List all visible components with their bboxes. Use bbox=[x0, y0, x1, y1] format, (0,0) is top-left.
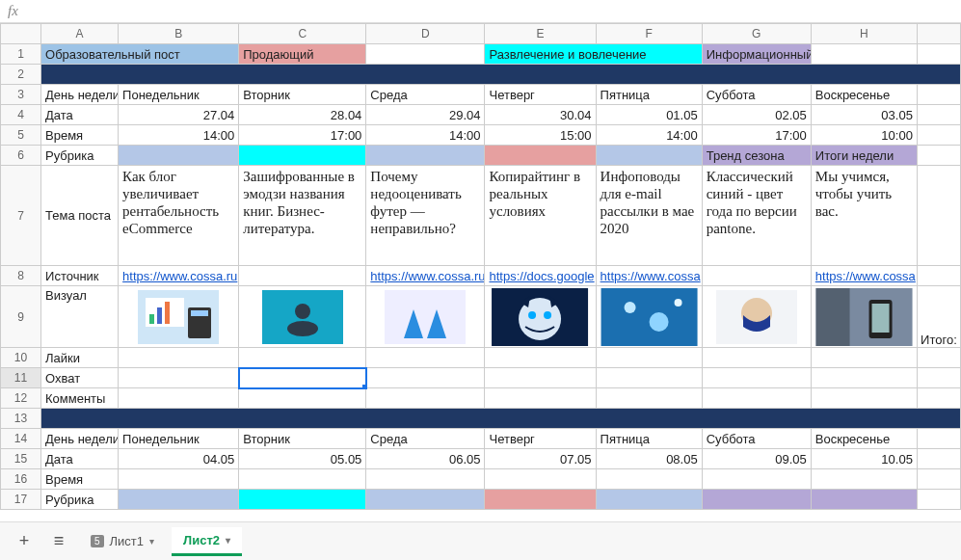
cell[interactable] bbox=[811, 368, 917, 388]
cell[interactable]: Среда bbox=[366, 429, 485, 449]
label-comments[interactable]: Комменты bbox=[41, 388, 119, 409]
cell[interactable]: https://www.cossa.ru bbox=[366, 266, 485, 286]
cell[interactable] bbox=[917, 368, 960, 388]
cell[interactable] bbox=[917, 266, 960, 286]
label-reach[interactable]: Охват bbox=[41, 368, 119, 388]
row-2-separator[interactable]: 2 bbox=[1, 65, 961, 85]
cell[interactable]: 28.04 bbox=[239, 105, 366, 125]
row-header-1[interactable]: 1 bbox=[1, 44, 41, 65]
cell[interactable] bbox=[702, 348, 811, 368]
label-total[interactable]: Итого: bbox=[917, 286, 960, 348]
tab-sheet1[interactable]: 5 Лист1 ▾ bbox=[79, 528, 166, 554]
legend-entertainment[interactable]: Развлечение и вовлечение bbox=[485, 44, 702, 65]
visual-cell[interactable] bbox=[239, 286, 366, 348]
chevron-down-icon[interactable]: ▾ bbox=[226, 535, 230, 546]
row-header-7[interactable]: 7 bbox=[1, 166, 41, 266]
cell[interactable]: Пятница bbox=[596, 429, 702, 449]
row-header-4[interactable]: 4 bbox=[1, 105, 41, 125]
row-header-12[interactable]: 12 bbox=[1, 388, 41, 409]
row-header-17[interactable]: 17 bbox=[1, 490, 41, 510]
cell[interactable] bbox=[917, 388, 960, 409]
cell[interactable]: https://www.cossa.ru bbox=[119, 266, 239, 286]
row-15[interactable]: 15 Дата 04.05 05.05 06.05 07.05 08.05 09… bbox=[1, 449, 961, 469]
spreadsheet-grid[interactable]: A B C D E F G H 1 Образовательный пост П… bbox=[0, 23, 961, 520]
row-10[interactable]: 10 Лайки bbox=[1, 348, 961, 368]
cell[interactable] bbox=[119, 146, 239, 166]
row-9[interactable]: 9 Визуал Итого: bbox=[1, 286, 961, 348]
row-header-2[interactable]: 2 bbox=[1, 65, 41, 85]
cell[interactable]: Как блог увеличивает рентабельность eCom… bbox=[119, 166, 239, 266]
col-header-G[interactable]: G bbox=[702, 24, 811, 44]
row-header-5[interactable]: 5 bbox=[1, 125, 41, 146]
source-link[interactable]: https://www.cossa bbox=[815, 269, 916, 283]
cell[interactable] bbox=[366, 44, 485, 65]
cell[interactable]: Четверг bbox=[485, 429, 596, 449]
cell[interactable] bbox=[917, 429, 960, 449]
col-header-F[interactable]: F bbox=[596, 24, 702, 44]
cell[interactable]: Копирайтинг в реальных условиях bbox=[485, 166, 596, 266]
cell[interactable]: Среда bbox=[366, 85, 485, 105]
cell[interactable] bbox=[917, 146, 960, 166]
row-13-separator[interactable]: 13 bbox=[1, 409, 961, 429]
cell[interactable]: Инфоповоды для e-mail рассылки в мае 202… bbox=[596, 166, 702, 266]
row-header-16[interactable]: 16 bbox=[1, 469, 41, 490]
row-4[interactable]: 4 Дата 27.04 28.04 29.04 30.04 01.05 02.… bbox=[1, 105, 961, 125]
cell[interactable] bbox=[239, 469, 366, 490]
cell[interactable]: https://www.cossa bbox=[811, 266, 917, 286]
row-6[interactable]: 6 Рубрика Тренд сезона Итоги недели bbox=[1, 146, 961, 166]
cell[interactable] bbox=[917, 490, 960, 510]
cell[interactable]: Воскресенье bbox=[811, 85, 917, 105]
label-rubric[interactable]: Рубрика bbox=[41, 146, 119, 166]
cell[interactable] bbox=[596, 368, 702, 388]
cell[interactable] bbox=[366, 368, 485, 388]
cell[interactable] bbox=[596, 469, 702, 490]
cell[interactable]: 07.05 bbox=[485, 449, 596, 469]
cell[interactable] bbox=[811, 388, 917, 409]
col-header-D[interactable]: D bbox=[366, 24, 485, 44]
row-header-9[interactable]: 9 bbox=[1, 286, 41, 348]
row-5[interactable]: 5 Время 14:00 17:00 14:00 15:00 14:00 17… bbox=[1, 125, 961, 146]
cell[interactable] bbox=[596, 490, 702, 510]
legend-info[interactable]: Информационный bbox=[702, 44, 811, 65]
row-header-13[interactable]: 13 bbox=[1, 409, 41, 429]
cell[interactable]: Тренд сезона bbox=[702, 146, 811, 166]
label-rubric[interactable]: Рубрика bbox=[41, 490, 119, 510]
cell[interactable] bbox=[485, 368, 596, 388]
cell[interactable]: 03.05 bbox=[811, 105, 917, 125]
label-day-of-week[interactable]: День недели bbox=[41, 85, 119, 105]
cell[interactable] bbox=[917, 469, 960, 490]
cell[interactable]: Суббота bbox=[702, 85, 811, 105]
col-header-H[interactable]: H bbox=[811, 24, 917, 44]
source-link[interactable]: https://www.cossa.ru bbox=[370, 269, 485, 283]
label-visual[interactable]: Визуал bbox=[41, 286, 119, 348]
cell[interactable] bbox=[702, 469, 811, 490]
col-header-E[interactable]: E bbox=[485, 24, 596, 44]
all-sheets-button[interactable]: ≡ bbox=[44, 528, 73, 555]
cell[interactable]: Понедельник bbox=[119, 429, 239, 449]
cell[interactable] bbox=[917, 105, 960, 125]
row-16[interactable]: 16 Время bbox=[1, 469, 961, 490]
chevron-down-icon[interactable]: ▾ bbox=[149, 536, 154, 547]
cell[interactable]: https://docs.google bbox=[485, 266, 596, 286]
visual-cell[interactable] bbox=[366, 286, 485, 348]
cell[interactable] bbox=[239, 490, 366, 510]
cell[interactable]: Итоги недели bbox=[811, 146, 917, 166]
row-header-6[interactable]: 6 bbox=[1, 146, 41, 166]
visual-cell[interactable] bbox=[596, 286, 702, 348]
cell[interactable]: 27.04 bbox=[119, 105, 239, 125]
col-header-A[interactable]: A bbox=[41, 24, 119, 44]
cell[interactable]: Почему недооценивать футер — неправильно… bbox=[366, 166, 485, 266]
row-11[interactable]: 11 Охват bbox=[1, 368, 961, 388]
source-link[interactable]: https://www.cossa.ru bbox=[122, 269, 237, 283]
cell[interactable] bbox=[119, 388, 239, 409]
col-header-C[interactable]: C bbox=[239, 24, 366, 44]
row-1[interactable]: 1 Образовательный пост Продающий Развлеч… bbox=[1, 44, 961, 65]
row-14[interactable]: 14 День недели Понедельник Вторник Среда… bbox=[1, 429, 961, 449]
cell[interactable] bbox=[366, 490, 485, 510]
cell[interactable] bbox=[702, 368, 811, 388]
cell[interactable]: 08.05 bbox=[596, 449, 702, 469]
visual-cell[interactable] bbox=[702, 286, 811, 348]
cell[interactable]: 02.05 bbox=[702, 105, 811, 125]
cell[interactable] bbox=[366, 388, 485, 409]
row-header-14[interactable]: 14 bbox=[1, 429, 41, 449]
